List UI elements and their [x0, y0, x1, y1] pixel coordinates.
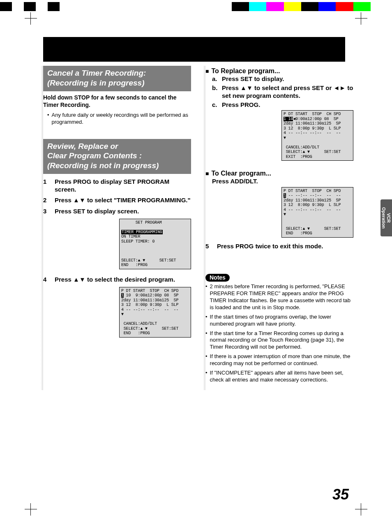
step-3: 3Press SET to display screen.: [43, 208, 191, 215]
replace-step-a: a.Press SET to display.: [212, 75, 353, 83]
step-2: 2Press ▲▼ to select "TIMER PROGRAMMING.": [43, 197, 191, 204]
replace-step-c: c.Press PROG.: [212, 101, 353, 109]
replace-heading: ■To Replace program...: [205, 67, 353, 75]
step-4: 4Press ▲▼ to select the desired program.: [43, 276, 191, 284]
step-1: 1Press PROG to display SET PROGRAM scree…: [43, 178, 191, 194]
notes-label: Notes: [205, 274, 230, 282]
clear-line: Press ADD/DLT.: [212, 177, 353, 185]
section-title-review: Review, Replace or Clear Program Content…: [43, 139, 191, 174]
osd-clear: P DT START STOP CH SPD 1 -- --:-- --:-- …: [281, 187, 353, 238]
osd-replace: P DT START STOP CH SPD 1 10◄9:00a12:00p …: [281, 110, 353, 161]
left-column: Cancel a Timer Recording: (Recording is …: [43, 66, 191, 386]
crop-mark: [355, 12, 367, 25]
page-number: 35: [332, 486, 349, 503]
clear-heading: ■To Clear program...: [205, 170, 353, 177]
crop-mark: [25, 503, 37, 516]
osd-set-program: SET PROGRAM TIMER PROGRAMMING ON TIMER S…: [119, 219, 191, 269]
side-tab-vcr-operation: VCR Operation: [380, 199, 392, 236]
crop-mark: [25, 12, 37, 25]
crop-mark: [355, 503, 367, 516]
header-bar: [43, 37, 345, 62]
cancel-lead: Hold down STOP for a few seconds to canc…: [43, 91, 191, 110]
right-column: ■To Replace program... a.Press SET to di…: [205, 66, 353, 386]
print-color-bar: [0, 2, 392, 11]
notes-list: •2 minutes before Timer recording is per…: [205, 282, 353, 384]
cancel-note: •Any future daily or weekly recordings w…: [43, 110, 191, 127]
step-5: 5Press PROG twice to exit this mode.: [205, 243, 353, 250]
osd-program-list: P DT START STOP CH SPD 1 10 9:00a12:00p …: [119, 287, 191, 338]
replace-step-b: b.Press ▲▼ to select and press SET or ◄►…: [212, 84, 353, 100]
section-title-cancel: Cancel a Timer Recording: (Recording is …: [43, 66, 191, 91]
